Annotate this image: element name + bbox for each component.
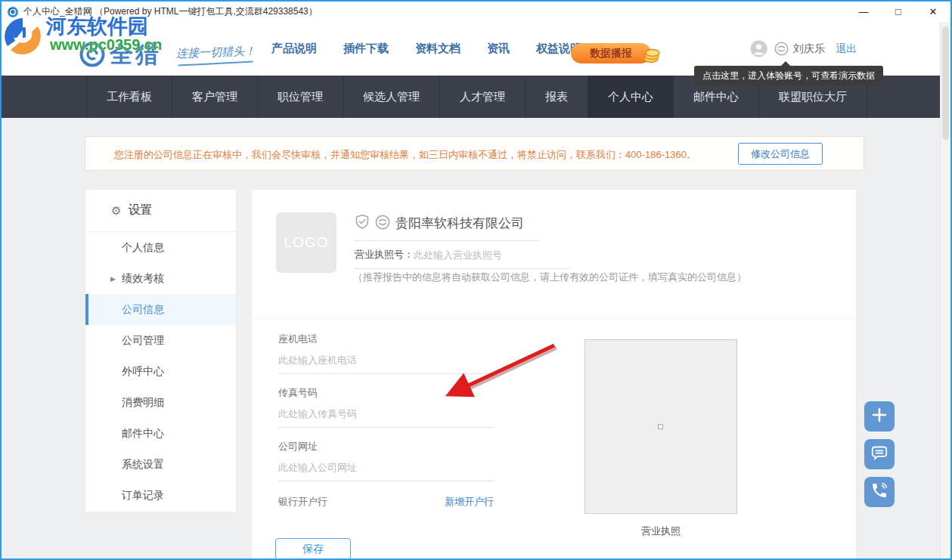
fax-input[interactable]: [278, 408, 494, 419]
sidebar-item-performance[interactable]: ▶ 绩效考核: [85, 263, 236, 294]
sidebar-item-order-records[interactable]: 订单记录: [85, 480, 236, 511]
business-license-number-input[interactable]: [414, 249, 569, 261]
sidebar-item-call-center[interactable]: 外呼中心: [85, 356, 236, 387]
brand-name: 全猎: [110, 39, 161, 70]
chat-fab-button[interactable]: [864, 439, 895, 469]
brand-slogan: 连接一切猎头！: [176, 44, 256, 61]
bank-row: 银行开户行 新增开户行: [278, 495, 494, 509]
company-name-input[interactable]: [395, 216, 535, 231]
company-name-row: [355, 214, 540, 241]
settings-sidebar: ⚙ 设置 个人信息 ▶ 绩效考核 公司信息 公司管理 外呼中心 消费明细 邮件中…: [85, 189, 237, 512]
sidebar-header: ⚙ 设置: [85, 190, 236, 232]
company-logo-placeholder[interactable]: LOGO: [276, 212, 336, 273]
gear-icon: ⚙: [111, 204, 121, 218]
fax-field-group: 传真号码: [278, 386, 494, 428]
sidebar-item-company-mgmt[interactable]: 公司管理: [85, 325, 236, 356]
plus-icon: [871, 407, 888, 426]
business-license-upload-box[interactable]: [585, 339, 737, 514]
window-title: 个人中心_全猎网 （Powered by HTML一键打包工具,交流群42933…: [23, 5, 318, 18]
add-fab-button[interactable]: [864, 401, 895, 432]
scrollbar-thumb[interactable]: [942, 26, 949, 140]
avatar-icon[interactable]: [750, 40, 767, 57]
window-controls: — □ ✕: [846, 2, 950, 22]
header-link-news[interactable]: 资讯: [487, 42, 510, 56]
vertical-scrollbar[interactable]: [940, 22, 950, 558]
website-field-group: 公司网址: [278, 440, 494, 481]
nav-item-candidates[interactable]: 候选人管理: [343, 76, 440, 118]
nav-item-workboard[interactable]: 工作看板: [86, 76, 172, 118]
header-link-product[interactable]: 产品说明: [271, 42, 317, 56]
logout-link[interactable]: 退出: [836, 42, 857, 56]
shield-check-icon: [355, 214, 370, 233]
sidebar-item-mail-center[interactable]: 邮件中心: [85, 418, 236, 449]
sidebar-item-personal-info[interactable]: 个人信息: [85, 232, 236, 263]
audit-notice-text: 您注册的公司信息正在审核中，我们会尽快审核，并通知您审核结果，如三日内审核不通过…: [114, 148, 696, 162]
data-report-button[interactable]: 数据播报: [571, 43, 651, 63]
header-link-plugin[interactable]: 插件下载: [343, 42, 389, 56]
minimize-button[interactable]: —: [846, 2, 881, 22]
maximize-button[interactable]: □: [881, 2, 916, 22]
business-license-number-label: 营业执照号：: [355, 248, 414, 261]
nav-item-reports[interactable]: 报表: [526, 76, 588, 118]
audit-notice-bar: 您注册的公司信息正在审核中，我们会尽快审核，并通知您审核结果，如三日内审核不通过…: [85, 136, 864, 171]
demo-account-tooltip: 点击这里，进入体验账号，可查看演示数据: [694, 66, 883, 86]
section-divider: [252, 318, 856, 319]
fax-label: 传真号码: [278, 386, 494, 400]
app-icon: [7, 6, 19, 18]
title-bar: 个人中心_全猎网 （Powered by HTML一键打包工具,交流群42933…: [2, 2, 950, 22]
app-window: 个人中心_全猎网 （Powered by HTML一键打包工具,交流群42933…: [0, 0, 952, 560]
header-link-docs[interactable]: 资料文档: [415, 42, 460, 56]
phone-icon: [870, 481, 888, 503]
close-button[interactable]: ✕: [916, 2, 950, 22]
coins-icon: [640, 48, 660, 66]
business-license-number-row: 营业执照号：: [355, 248, 569, 269]
add-bank-link[interactable]: 新增开户行: [445, 495, 494, 509]
landline-label: 座机电话: [278, 333, 494, 346]
company-info-panel: LOGO 营业执照号： （推荐报告中的信息将自动获取公司信息，请上传有效的公司证…: [251, 189, 857, 560]
company-info-note: （推荐报告中的信息将自动获取公司信息，请上传有效的公司证件，填写真实的公司信息）: [353, 271, 746, 284]
save-button[interactable]: 保存: [275, 538, 351, 560]
business-license-label: 营业执照: [585, 524, 737, 538]
sidebar-item-company-info[interactable]: 公司信息: [85, 294, 236, 325]
nav-item-clients[interactable]: 客户管理: [172, 76, 258, 118]
account-badge-icon[interactable]: [774, 42, 789, 56]
sidebar-item-consumption[interactable]: 消费明细: [85, 387, 236, 418]
chat-bubble-icon: [870, 444, 888, 465]
chevron-right-icon: ▶: [110, 264, 116, 295]
sidebar-item-system-settings[interactable]: 系统设置: [85, 449, 236, 480]
nav-item-personal-center[interactable]: 个人中心: [588, 76, 674, 118]
nav-item-positions[interactable]: 职位管理: [258, 76, 343, 118]
edit-company-info-button[interactable]: 修改公司信息: [738, 143, 823, 165]
company-badge-icon: [375, 215, 390, 233]
landline-input[interactable]: [278, 354, 494, 366]
header-nav: 产品说明 插件下载 资料文档 资讯 权益说明: [271, 22, 581, 76]
broken-image-icon: [658, 424, 663, 429]
website-label: 公司网址: [278, 440, 494, 453]
user-name: 刘庆乐: [793, 42, 825, 56]
phone-fab-button[interactable]: [864, 477, 895, 507]
brand-logo-icon: [79, 41, 106, 71]
bank-label: 银行开户行: [278, 495, 327, 509]
website-input[interactable]: [278, 462, 494, 473]
sidebar-title: 设置: [128, 203, 152, 218]
landline-field-group: 座机电话: [278, 333, 494, 374]
nav-item-talent[interactable]: 人才管理: [440, 76, 526, 118]
